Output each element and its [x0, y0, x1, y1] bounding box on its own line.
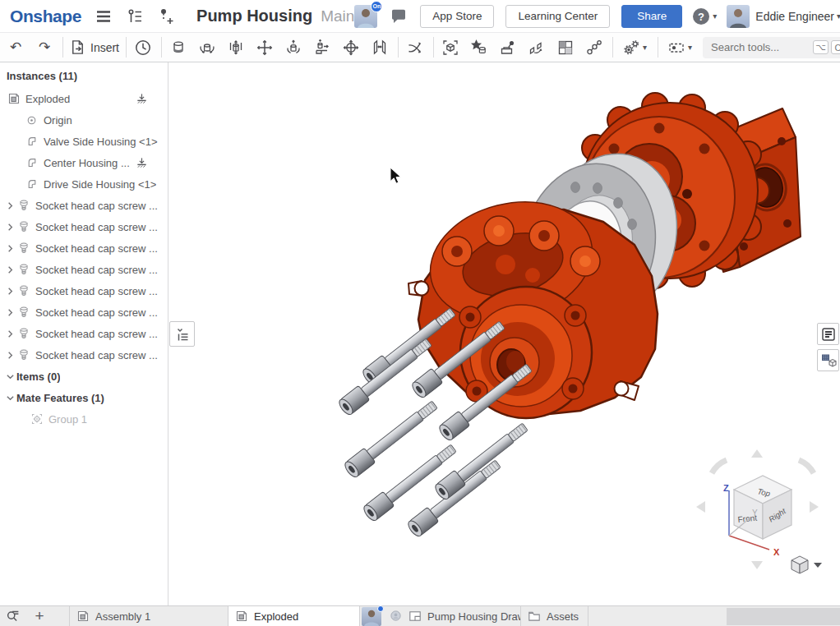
instance-row[interactable]: Valve Side Housing <1>: [0, 131, 168, 152]
screw-icon: [16, 263, 30, 277]
feature-list-panel-toggle[interactable]: [817, 323, 839, 345]
standard-content-icon[interactable]: [468, 37, 490, 58]
redo-icon[interactable]: ↷: [34, 37, 55, 58]
assembly-settings-menu[interactable]: ▾: [619, 37, 650, 58]
instance-label: Socket head cap screw ...: [35, 221, 158, 233]
screw-icon: [16, 199, 30, 213]
tab-scrollbar[interactable]: [727, 608, 840, 625]
hamburger-menu-icon[interactable]: [95, 7, 113, 26]
cylindrical-mate-icon[interactable]: [283, 37, 304, 58]
screw-icon: [16, 220, 30, 234]
chevron-right-icon[interactable]: [4, 287, 16, 296]
bom-table-icon[interactable]: [555, 37, 576, 58]
manage-tabs-button[interactable]: [0, 606, 26, 626]
instance-row[interactable]: Socket head cap screw ...: [0, 195, 168, 216]
folder-tab-icon: [528, 610, 542, 624]
instance-row[interactable]: Socket head cap screw ...: [0, 237, 168, 259]
viewport-canvas[interactable]: Top Front Right Z X Y: [168, 62, 840, 605]
linear-pattern-icon[interactable]: [526, 37, 547, 58]
undo-icon[interactable]: ↶: [5, 37, 26, 58]
chevron-right-icon[interactable]: [4, 265, 16, 274]
workspace-branch[interactable]: Main: [321, 7, 354, 25]
user-menu[interactable]: Eddie Engineer: [755, 10, 834, 23]
instance-row[interactable]: Origin: [0, 109, 168, 131]
insert-version-icon[interactable]: [157, 7, 175, 26]
chevron-right-icon[interactable]: [4, 244, 16, 253]
instance-row[interactable]: Center Housing ...: [0, 152, 168, 173]
document-tab[interactable]: Assembly 1: [69, 606, 228, 626]
instance-row[interactable]: Socket head cap screw ...: [0, 301, 168, 323]
help-menu[interactable]: ? ▾: [692, 7, 717, 25]
search-tools-input[interactable]: [711, 41, 810, 53]
ball-mate-icon[interactable]: [340, 37, 362, 58]
divider: [398, 37, 399, 58]
chevron-right-icon[interactable]: [4, 223, 16, 232]
comments-icon[interactable]: [389, 7, 408, 26]
divider: [126, 37, 127, 58]
named-positions-icon[interactable]: [132, 37, 154, 58]
view-cube[interactable]: Top Front Right Z X Y: [696, 449, 819, 569]
instance-row[interactable]: Exploded: [0, 88, 168, 109]
chevron-down-icon[interactable]: [4, 394, 16, 403]
share-button[interactable]: Share: [621, 5, 682, 28]
document-tab[interactable]: Assets: [521, 606, 588, 626]
axis-z-label: Z: [723, 483, 729, 493]
app-store-button[interactable]: App Store: [420, 5, 494, 28]
onshape-logo[interactable]: Onshape: [10, 7, 81, 26]
instance-label: Exploded: [25, 93, 70, 105]
instance-label: Socket head cap screw ...: [35, 264, 158, 276]
instance-row[interactable]: Socket head cap screw ...: [0, 323, 168, 344]
chevron-right-icon[interactable]: [4, 351, 16, 360]
slider-mate-icon[interactable]: [225, 37, 247, 58]
screw-icon: [16, 284, 30, 298]
shortcut-alt-key: ⌥: [813, 40, 828, 54]
instances-flyout-toggle[interactable]: [169, 321, 195, 347]
instance-row[interactable]: Socket head cap screw ...: [0, 344, 168, 366]
section-header[interactable]: Items (0): [0, 366, 168, 387]
chevron-right-icon[interactable]: [4, 308, 16, 317]
replicate-icon[interactable]: [497, 37, 519, 58]
instance-row[interactable]: Socket head cap screw ...: [0, 280, 168, 301]
instance-label: Center Housing ...: [44, 157, 130, 169]
chevron-down-icon[interactable]: [4, 372, 16, 381]
document-tab[interactable]: Exploded: [228, 606, 360, 626]
fixed-icon: [136, 157, 148, 169]
view-mode-button[interactable]: [792, 556, 822, 573]
model-viewport[interactable]: Top Front Right Z X Y: [168, 62, 840, 605]
instance-row[interactable]: Drive Side Housing <1>: [0, 173, 168, 195]
insert-button[interactable]: Insert: [69, 39, 119, 56]
exploded-view-icon[interactable]: [584, 37, 605, 58]
shortcut-c-key: C: [831, 40, 840, 54]
learning-center-button[interactable]: Learning Center: [505, 5, 610, 28]
planar-mate-icon[interactable]: [254, 37, 275, 58]
user-avatar[interactable]: [727, 5, 750, 28]
group-icon[interactable]: [440, 37, 461, 58]
screw-icon: [16, 242, 30, 255]
fastened-mate-icon[interactable]: [168, 37, 189, 58]
parallel-mate-icon[interactable]: [369, 37, 390, 58]
chevron-right-icon[interactable]: [4, 201, 16, 210]
versions-history-icon[interactable]: [126, 7, 144, 26]
instance-label: Drive Side Housing <1>: [44, 178, 156, 191]
collaborator-presence-chip[interactable]: [362, 607, 381, 626]
chevron-right-icon[interactable]: [4, 329, 16, 338]
plus-icon: +: [35, 607, 44, 625]
mouse-cursor: [390, 168, 401, 183]
collaborator-avatar[interactable]: On: [354, 5, 377, 28]
instance-row[interactable]: Group 1: [0, 408, 168, 430]
pin-slot-mate-icon[interactable]: [312, 37, 333, 58]
add-tab-button[interactable]: +: [26, 606, 53, 626]
bom-panel-toggle[interactable]: [817, 349, 839, 371]
tangent-mate-icon[interactable]: [404, 37, 426, 58]
search-tools-box[interactable]: ⌥ C: [703, 37, 840, 58]
instance-row[interactable]: Socket head cap screw ...: [0, 259, 168, 280]
instance-row[interactable]: Socket head cap screw ...: [0, 216, 168, 237]
divider: [658, 37, 658, 58]
revolute-mate-icon[interactable]: [196, 37, 218, 58]
part-icon: [25, 177, 39, 191]
section-view-menu[interactable]: ▾: [664, 37, 695, 58]
insert-label: Insert: [90, 41, 119, 54]
divider: [433, 37, 434, 58]
document-tab[interactable]: Pump Housing Draw...: [383, 606, 521, 626]
section-header[interactable]: Mate Features (1): [0, 387, 168, 408]
